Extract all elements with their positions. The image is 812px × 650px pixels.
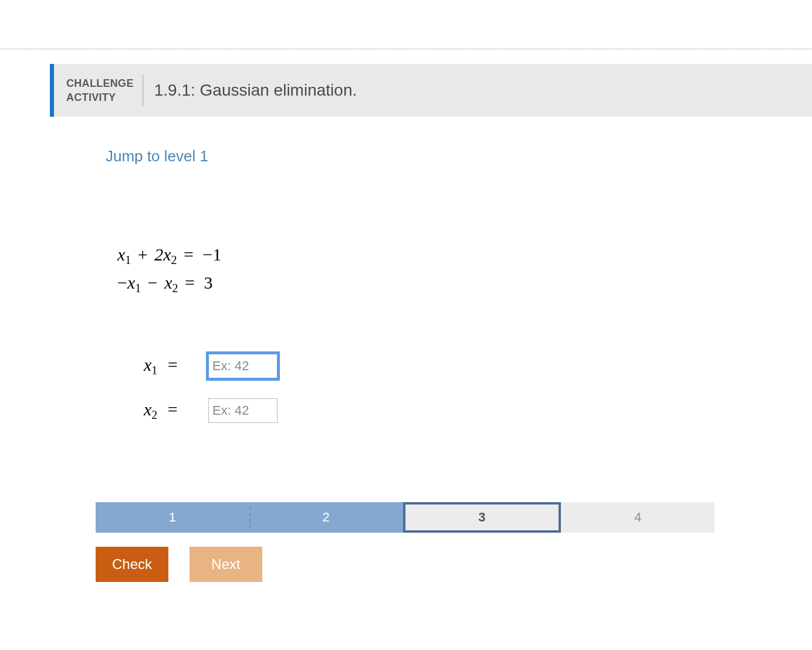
jump-to-level-link[interactable]: Jump to level 1: [106, 147, 208, 165]
progress-step-2[interactable]: 2: [249, 502, 403, 533]
answer-row-x1: x1 =: [144, 354, 278, 378]
header-divider: [142, 75, 144, 106]
equation-2: −x1 − x2 = 3: [117, 269, 224, 297]
check-button[interactable]: Check: [96, 547, 168, 582]
activity-header: CHALLENGE ACTIVITY 1.9.1: Gaussian elimi…: [50, 64, 812, 117]
equation-1: x1 + 2x2 = −1: [117, 241, 224, 269]
accent-bar: [50, 64, 54, 117]
answer-label-x2: x2 =: [144, 400, 208, 422]
x1-input[interactable]: [208, 354, 278, 378]
page: CHALLENGE ACTIVITY 1.9.1: Gaussian elimi…: [0, 0, 812, 650]
top-divider: [0, 48, 812, 50]
progress-step-3[interactable]: 3: [403, 502, 561, 533]
progress-row: 1 2 3 4: [96, 502, 715, 533]
progress-step-4[interactable]: 4: [561, 502, 715, 533]
x2-input[interactable]: [208, 398, 278, 423]
activity-type-line1: CHALLENGE: [66, 77, 134, 89]
content-area: Jump to level 1 x1 + 2x2 = −1 −x1 − x2 =…: [50, 117, 812, 650]
answer-inputs: x1 = x2 =: [144, 354, 278, 443]
answer-label-x1: x1 =: [144, 355, 208, 377]
button-row: Check Next: [96, 547, 262, 582]
progress-step-1[interactable]: 1: [96, 502, 249, 533]
activity-title: 1.9.1: Gaussian elimination.: [154, 81, 357, 100]
activity-type-line2: ACTIVITY: [66, 92, 116, 103]
activity-type-label: CHALLENGE ACTIVITY: [66, 76, 134, 105]
equation-system: x1 + 2x2 = −1 −x1 − x2 = 3: [117, 241, 224, 297]
next-button[interactable]: Next: [190, 547, 262, 582]
answer-row-x2: x2 =: [144, 398, 278, 423]
